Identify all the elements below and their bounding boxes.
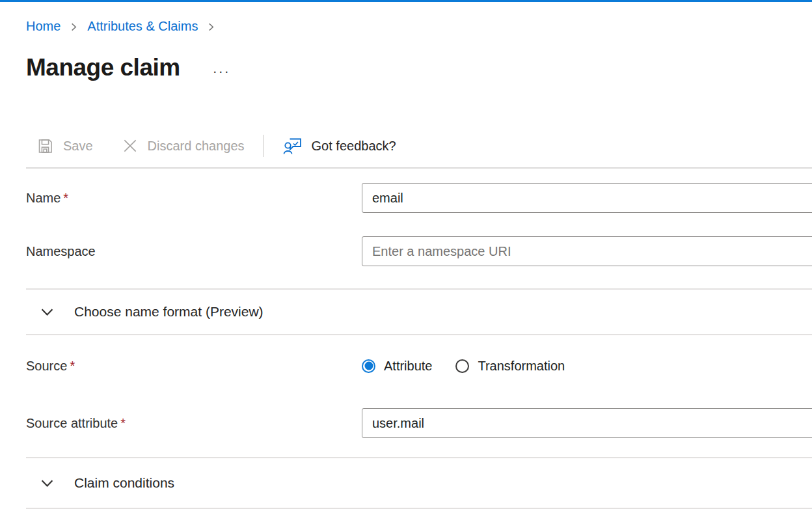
chevron-right-icon bbox=[69, 22, 79, 32]
radio-selected-icon bbox=[362, 359, 375, 373]
name-input[interactable] bbox=[362, 183, 812, 213]
required-indicator: * bbox=[120, 416, 126, 430]
source-attribute-label-text: Source attribute bbox=[26, 416, 118, 430]
close-icon bbox=[122, 137, 139, 154]
source-label: Source* bbox=[26, 359, 362, 374]
source-attribute-input-wrap bbox=[362, 408, 812, 438]
got-feedback-button[interactable]: Got feedback? bbox=[273, 133, 406, 159]
discard-changes-label: Discard changes bbox=[148, 139, 245, 154]
breadcrumb: Home Attributes & Claims bbox=[26, 19, 812, 34]
name-input-wrap bbox=[362, 183, 812, 213]
breadcrumb-link-home[interactable]: Home bbox=[26, 19, 61, 34]
claim-conditions-label: Claim conditions bbox=[74, 475, 174, 491]
toolbar-divider bbox=[264, 135, 264, 157]
name-label: Name* bbox=[26, 191, 362, 206]
title-row: Manage claim ··· bbox=[26, 52, 812, 83]
choose-name-format-section-header[interactable]: Choose name format (Preview) bbox=[26, 290, 812, 334]
page-title: Manage claim bbox=[26, 52, 180, 83]
toolbar-bottom-divider bbox=[26, 167, 812, 169]
feedback-icon bbox=[283, 137, 303, 156]
more-options-button[interactable]: ··· bbox=[213, 68, 230, 74]
namespace-input-wrap bbox=[362, 236, 812, 266]
namespace-input[interactable] bbox=[362, 236, 812, 266]
source-attribute-field-row: Source attribute* bbox=[26, 408, 812, 438]
save-label: Save bbox=[63, 139, 93, 154]
source-attribute-label: Source attribute* bbox=[26, 416, 362, 431]
choose-name-format-label: Choose name format (Preview) bbox=[74, 304, 264, 320]
chevron-down-icon bbox=[40, 476, 55, 491]
got-feedback-label: Got feedback? bbox=[312, 139, 396, 154]
radio-transformation-label: Transformation bbox=[478, 359, 565, 374]
source-label-text: Source bbox=[26, 359, 67, 373]
source-radio-group: Attribute Transformation bbox=[362, 359, 565, 374]
chevron-right-icon bbox=[206, 22, 216, 32]
top-accent-bar bbox=[0, 0, 812, 2]
namespace-field-row: Namespace bbox=[26, 236, 812, 266]
save-button[interactable]: Save bbox=[27, 133, 103, 159]
breadcrumb-link-attributes-claims[interactable]: Attributes & Claims bbox=[87, 19, 198, 34]
claim-conditions-section-header[interactable]: Claim conditions bbox=[26, 458, 812, 508]
required-indicator: * bbox=[63, 191, 68, 205]
discard-changes-button[interactable]: Discard changes bbox=[112, 133, 254, 159]
required-indicator: * bbox=[70, 359, 75, 373]
section-divider bbox=[26, 508, 812, 509]
section-divider bbox=[26, 334, 812, 335]
save-icon bbox=[36, 137, 54, 155]
chevron-down-icon bbox=[40, 305, 55, 320]
source-attribute-input[interactable] bbox=[362, 408, 812, 438]
radio-attribute-label: Attribute bbox=[384, 359, 432, 374]
namespace-label: Namespace bbox=[26, 244, 362, 259]
radio-option-transformation[interactable]: Transformation bbox=[455, 359, 565, 374]
radio-unselected-icon bbox=[455, 359, 469, 373]
name-field-row: Name* bbox=[26, 183, 812, 213]
manage-claim-blade: Home Attributes & Claims Manage claim ··… bbox=[0, 19, 812, 509]
command-bar: Save Discard changes Got feedback? bbox=[26, 133, 812, 159]
radio-option-attribute[interactable]: Attribute bbox=[362, 359, 432, 374]
name-label-text: Name bbox=[26, 191, 61, 205]
source-field-row: Source* Attribute Transformation bbox=[26, 351, 812, 381]
